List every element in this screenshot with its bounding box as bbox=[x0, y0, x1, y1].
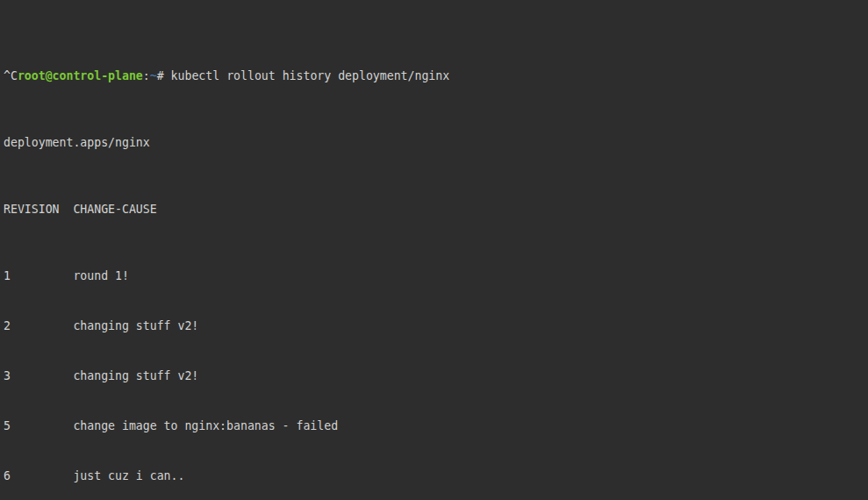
history-header-row: REVISIONCHANGE-CAUSE bbox=[4, 201, 868, 218]
history-row: 1round 1! bbox=[4, 268, 868, 284]
history-row: 5change image to nginx:bananas - failed bbox=[4, 418, 868, 434]
history-change-cause: changing stuff v2! bbox=[73, 369, 198, 382]
history-revision: 5 bbox=[4, 418, 73, 434]
command-rollout-history: kubectl rollout history deployment/nginx bbox=[171, 69, 450, 82]
history-change-cause: change image to nginx:bananas - failed bbox=[73, 419, 338, 432]
history-header-change-cause: CHANGE-CAUSE bbox=[73, 203, 156, 216]
history-change-cause: round 1! bbox=[73, 269, 129, 282]
prompt-hash: # bbox=[157, 69, 171, 82]
history-change-cause: just cuz i can.. bbox=[73, 469, 184, 482]
history-row: 2changing stuff v2! bbox=[4, 318, 868, 334]
terminal-window[interactable]: ^Croot@control-plane:~# kubectl rollout … bbox=[0, 0, 868, 500]
history-revision: 2 bbox=[4, 318, 73, 334]
prompt-line-rollout-history: ^Croot@control-plane:~# kubectl rollout … bbox=[4, 68, 868, 84]
history-change-cause: changing stuff v2! bbox=[73, 319, 198, 332]
history-resource-line: deployment.apps/nginx bbox=[4, 134, 868, 151]
prompt-path: ~ bbox=[150, 69, 157, 82]
history-row: 6just cuz i can.. bbox=[4, 468, 868, 484]
history-header-revision: REVISION bbox=[4, 201, 73, 218]
prompt-user-host: root@control-plane bbox=[18, 69, 143, 82]
history-revision: 1 bbox=[4, 268, 73, 284]
prompt-colon: : bbox=[143, 69, 150, 82]
interrupt-echo: ^C bbox=[4, 69, 18, 82]
history-revision: 6 bbox=[4, 468, 73, 484]
history-revision: 3 bbox=[4, 368, 73, 384]
history-row: 3changing stuff v2! bbox=[4, 368, 868, 384]
